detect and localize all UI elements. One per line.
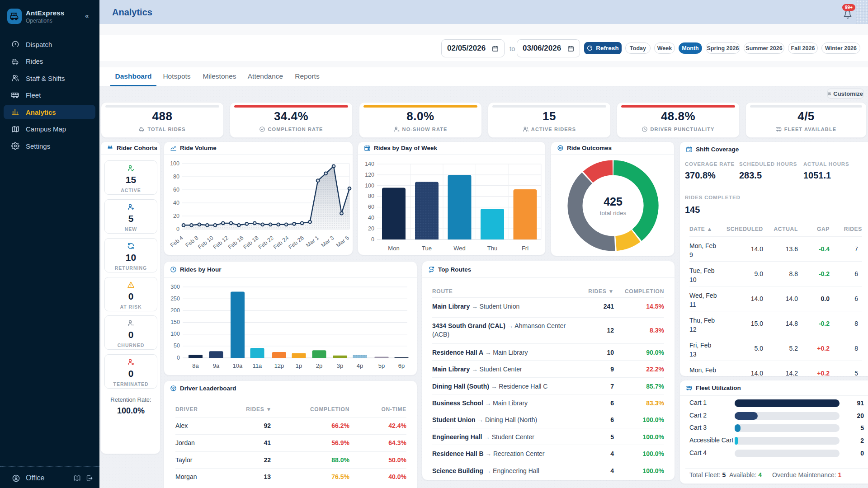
svg-text:Feb 22: Feb 22 bbox=[257, 235, 275, 250]
svg-text:80: 80 bbox=[368, 193, 374, 199]
svg-text:100: 100 bbox=[170, 331, 180, 337]
svg-text:300: 300 bbox=[170, 284, 180, 290]
svg-text:Feb 4: Feb 4 bbox=[169, 235, 184, 249]
svg-text:80: 80 bbox=[173, 174, 179, 180]
svg-text:40: 40 bbox=[173, 200, 179, 206]
svg-text:1p: 1p bbox=[296, 362, 302, 369]
svg-text:0: 0 bbox=[177, 355, 180, 361]
svg-text:20: 20 bbox=[173, 213, 179, 219]
svg-text:100: 100 bbox=[365, 183, 374, 189]
svg-text:5p: 5p bbox=[378, 362, 385, 369]
svg-text:0: 0 bbox=[371, 236, 374, 243]
svg-text:200: 200 bbox=[170, 307, 180, 314]
svg-text:Feb 16: Feb 16 bbox=[227, 235, 245, 250]
svg-text:425: 425 bbox=[604, 195, 623, 208]
svg-text:Mar 3: Mar 3 bbox=[320, 235, 335, 249]
svg-text:Feb 12: Feb 12 bbox=[212, 235, 230, 250]
svg-text:3p: 3p bbox=[337, 362, 343, 369]
svg-text:100: 100 bbox=[170, 160, 179, 167]
svg-text:Feb 18: Feb 18 bbox=[242, 235, 259, 250]
svg-text:50: 50 bbox=[174, 343, 180, 349]
svg-text:60: 60 bbox=[173, 187, 179, 193]
svg-text:Feb 26: Feb 26 bbox=[287, 235, 305, 250]
svg-text:120: 120 bbox=[365, 172, 374, 178]
svg-text:10a: 10a bbox=[233, 362, 243, 369]
svg-text:Mar 1: Mar 1 bbox=[305, 235, 320, 249]
svg-text:total rides: total rides bbox=[600, 210, 627, 216]
svg-text:Mar 5: Mar 5 bbox=[335, 235, 350, 249]
svg-text:2p: 2p bbox=[316, 362, 322, 369]
svg-text:Fri: Fri bbox=[522, 245, 528, 252]
svg-text:9a: 9a bbox=[213, 362, 220, 369]
svg-text:Feb 24: Feb 24 bbox=[272, 235, 290, 250]
svg-text:150: 150 bbox=[170, 319, 180, 325]
svg-text:Thu: Thu bbox=[487, 245, 497, 252]
svg-text:Mon: Mon bbox=[388, 245, 399, 252]
svg-text:Feb 10: Feb 10 bbox=[197, 235, 214, 250]
svg-text:Wed: Wed bbox=[453, 245, 466, 252]
svg-text:20: 20 bbox=[368, 225, 374, 232]
svg-text:4p: 4p bbox=[357, 362, 363, 369]
svg-text:250: 250 bbox=[170, 296, 180, 302]
svg-text:0: 0 bbox=[176, 226, 179, 232]
svg-text:140: 140 bbox=[365, 161, 374, 167]
svg-text:60: 60 bbox=[368, 204, 374, 210]
svg-text:Tue: Tue bbox=[422, 245, 432, 252]
svg-text:11a: 11a bbox=[253, 362, 262, 369]
svg-text:40: 40 bbox=[368, 215, 374, 221]
svg-text:8a: 8a bbox=[192, 362, 199, 369]
svg-text:6p: 6p bbox=[398, 362, 405, 369]
svg-text:12p: 12p bbox=[274, 362, 284, 369]
